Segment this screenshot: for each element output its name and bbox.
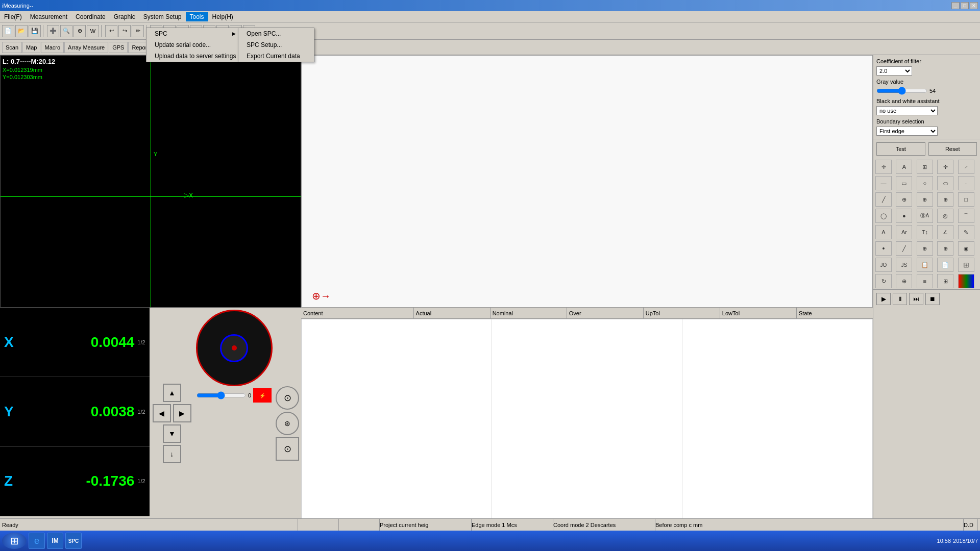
tool-circle3[interactable]: ◎ [937,209,953,223]
start-button[interactable]: ⊞ [2,533,27,549]
coefficient-select[interactable]: 2.0 [876,66,912,76]
add-button[interactable]: ➕ [47,25,59,37]
tool-plus[interactable]: ✛ [875,160,892,174]
draw-button[interactable]: ✏ [132,25,144,37]
redo-button[interactable]: ↪ [118,25,131,37]
tool-dash[interactable]: — [875,176,892,190]
open-button[interactable]: 📂 [15,25,28,37]
joy-btn-circle-2[interactable]: ⊛ [276,412,299,435]
tab-gps[interactable]: GPS [109,42,128,53]
red-button[interactable]: ⚡ [253,388,272,403]
save-button[interactable]: 💾 [29,25,41,37]
new-button[interactable]: 📄 [2,25,14,37]
tab-map[interactable]: Map [22,42,40,53]
tab-array-measure[interactable]: Array Measure [64,42,108,53]
tool-JS[interactable]: JO [875,258,892,272]
stop-button[interactable]: ⏹ [925,293,940,305]
tool-zoom-out[interactable]: ⊕ [917,192,933,207]
tab-macro[interactable]: Macro [41,42,64,53]
play-button[interactable]: ▶ [876,293,891,305]
tool-line[interactable]: ⟋ [958,160,974,174]
spc-setup-item[interactable]: SPC Setup... [238,39,314,51]
tool-angle[interactable]: ∠ [937,225,953,239]
tool-rect[interactable]: ▭ [896,176,912,190]
menu-system-setup[interactable]: System Setup [139,12,186,21]
test-button[interactable]: Test [876,142,925,156]
menu-coordinate[interactable]: Coordinate [71,12,110,21]
menu-measurement[interactable]: Measurement [26,12,71,21]
minimize-button[interactable]: _ [951,2,960,9]
tool-color[interactable] [958,274,974,288]
tool-doc2[interactable]: 📄 [937,258,953,272]
tool-dot[interactable]: • [875,241,892,256]
tool-grid-icon[interactable]: ⊕ [896,274,912,288]
reset-button[interactable]: Reset [928,142,977,156]
left-button[interactable]: ◀ [153,404,171,422]
tool-A[interactable]: A [896,160,912,174]
taskbar-spc-icon[interactable]: SPC [65,533,82,549]
menu-help[interactable]: Help(H) [208,12,237,21]
skip-button[interactable]: ⏭ [909,293,923,305]
tool-list[interactable]: ≡ [917,274,933,288]
close-button[interactable]: ✕ [970,2,978,9]
window-controls[interactable]: _ □ ✕ [951,2,978,9]
tool-line3[interactable]: ╱ [896,241,912,256]
tools-spc-item[interactable]: SPC ▶ [146,28,244,39]
tool-doc[interactable]: 📋 [917,258,933,272]
tool-zoom-fit[interactable]: ⊕ [937,192,953,207]
tool-cross1[interactable]: ⊞ [917,160,933,174]
tool-extra1[interactable]: ⊞ [937,274,953,288]
tool-circle4[interactable]: ◉ [958,241,974,256]
tool-Ar[interactable]: Ar [896,225,912,239]
joystick-outer-ring[interactable] [196,310,273,386]
joy-btn-circle-1[interactable]: ⊙ [276,386,299,410]
bw-select[interactable]: no useuse [876,106,938,115]
y-fraction: 1/2 [137,409,145,415]
tool-JS2[interactable]: JS [896,258,912,272]
zoom-button[interactable]: 🔍 [60,25,72,37]
tool-line2[interactable]: ╱ [875,192,892,207]
tool-pencil[interactable]: ✎ [958,225,974,239]
gray-slider[interactable] [876,87,927,95]
tool-zoom-in[interactable]: ⊕ [896,192,912,207]
w-button[interactable]: W [87,25,99,37]
tool-refresh[interactable]: ↻ [875,274,892,288]
z-down-button[interactable]: ↓ [163,445,181,463]
tool-circle-lg[interactable]: ◯ [875,209,892,223]
joystick-inner-ring[interactable] [220,334,248,362]
menu-tools[interactable]: Tools [186,12,208,21]
up-button[interactable]: ▲ [163,384,181,402]
tool-add2[interactable]: ⊕ [917,241,933,256]
pause-button[interactable]: ⏸ [893,293,907,305]
spc-export-item[interactable]: Export Current data [238,51,314,62]
undo-button[interactable]: ↩ [105,25,117,37]
taskbar-im-icon[interactable]: iM [47,533,63,549]
tool-ellipse[interactable]: ⬭ [937,176,953,190]
tools-upload-item[interactable]: Upload data to server settings [146,51,244,62]
tool-point[interactable]: · [958,176,974,190]
menu-file[interactable]: File(F) [0,12,26,21]
tools-update-item[interactable]: Update serial code... [146,39,244,51]
joy-btn-square[interactable]: ⊙ [276,437,299,461]
tool-rect2[interactable]: □ [958,192,974,207]
taskbar-ie-icon[interactable]: e [29,533,45,549]
tool-cross2[interactable]: ✛ [937,160,953,174]
tool-small-circle[interactable]: ● [896,209,912,223]
boundary-select[interactable]: First edgeLast edge [876,127,938,136]
tool-arc[interactable]: ⌒ [958,209,974,223]
crosshair-button[interactable]: ⊕ [74,25,86,37]
tool-A2[interactable]: A [875,225,892,239]
tool-text[interactable]: T↕ [917,225,933,239]
tools-dropdown: SPC ▶ Update serial code... Upload data … [146,28,244,62]
spc-open-item[interactable]: Open SPC... [238,28,314,39]
tool-plus2[interactable]: ⊞ [958,258,974,272]
menu-graphic[interactable]: Graphic [110,12,139,21]
tool-aa[interactable]: ⓐA [917,209,933,223]
down-button[interactable]: ▼ [163,424,181,443]
tab-scan[interactable]: Scan [2,42,22,53]
tool-zoom-out2[interactable]: ⊕ [937,241,953,256]
maximize-button[interactable]: □ [961,2,969,9]
tool-circle-sm[interactable]: ○ [917,176,933,190]
right-button[interactable]: ▶ [173,404,191,422]
joystick-slider[interactable] [197,391,246,399]
